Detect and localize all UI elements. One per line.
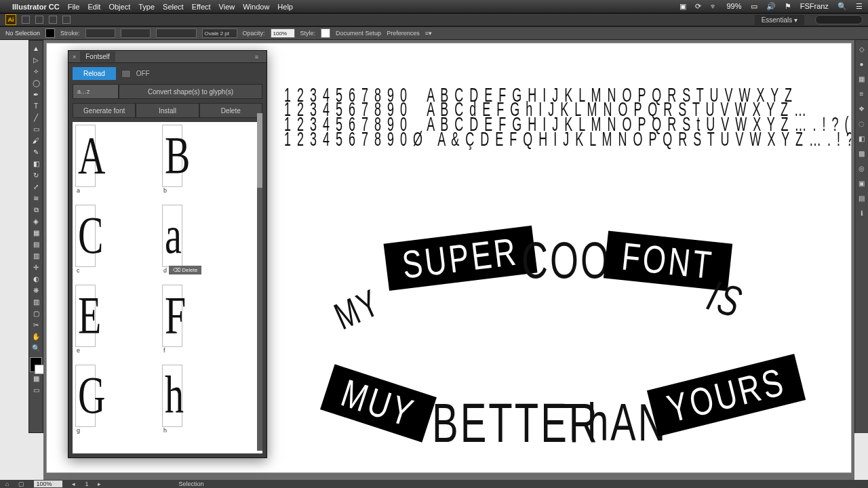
hand-tool-icon[interactable]: ✋ bbox=[30, 331, 42, 342]
screencast-icon[interactable]: ▣ bbox=[679, 2, 686, 10]
stroke-width-dropdown[interactable] bbox=[121, 28, 151, 38]
rectangle-tool-icon[interactable]: ▭ bbox=[30, 124, 42, 134]
menu-view[interactable]: View bbox=[219, 3, 235, 11]
flag-icon[interactable]: ⚑ bbox=[785, 2, 791, 10]
opacity-input[interactable]: 100% bbox=[271, 28, 295, 38]
generate-font-button[interactable]: Generate font bbox=[73, 103, 136, 118]
document-setup-button[interactable]: Document Setup bbox=[336, 30, 381, 37]
brush-dropdown[interactable]: Ovale 2 pt bbox=[202, 28, 237, 38]
graphic-styles-icon[interactable]: ▣ bbox=[857, 178, 867, 188]
panel-close-icon[interactable]: × bbox=[73, 54, 76, 60]
blend-tool-icon[interactable]: ◐ bbox=[30, 274, 42, 284]
libraries-icon[interactable]: ◇ bbox=[857, 44, 867, 54]
fill-swatch[interactable] bbox=[45, 28, 55, 38]
sync-icon[interactable]: ⟳ bbox=[695, 2, 701, 10]
perspective-tool-icon[interactable]: ▦ bbox=[30, 228, 42, 238]
menu-type[interactable]: Type bbox=[138, 3, 155, 11]
menu-icon[interactable]: ☰ bbox=[856, 2, 863, 10]
swatches-icon[interactable]: ▦ bbox=[857, 74, 867, 83]
menu-window[interactable]: Window bbox=[243, 3, 269, 11]
screen-mode-icon[interactable]: ▭ bbox=[30, 385, 42, 395]
panel-scrollbar[interactable] bbox=[257, 113, 262, 451]
glyph-cell: Aa bbox=[75, 122, 159, 202]
pencil-tool-icon[interactable]: ✎ bbox=[30, 147, 42, 157]
gradient-tool-icon[interactable]: ▥ bbox=[30, 251, 42, 261]
appearance-icon[interactable]: ◎ bbox=[857, 163, 867, 173]
install-button[interactable]: Install bbox=[136, 103, 199, 118]
az-button[interactable]: a…z bbox=[73, 84, 119, 99]
spotlight-icon[interactable]: 🔍 bbox=[837, 2, 847, 10]
symbol-sprayer-tool-icon[interactable]: ❋ bbox=[30, 285, 42, 296]
mesh-tool-icon[interactable]: ▤ bbox=[30, 239, 42, 249]
reload-button[interactable]: Reload bbox=[73, 67, 116, 80]
wifi-icon[interactable]: ᯤ bbox=[710, 2, 717, 10]
transparency-icon[interactable]: ▩ bbox=[857, 148, 867, 158]
page-nav-prev-icon[interactable]: ◂ bbox=[72, 481, 75, 487]
stroke-icon[interactable]: ◌ bbox=[857, 119, 867, 128]
eyedropper-tool-icon[interactable]: ✛ bbox=[30, 262, 42, 272]
rotate-tool-icon[interactable]: ↻ bbox=[30, 170, 42, 180]
shape-builder-tool-icon[interactable]: ◈ bbox=[30, 216, 42, 226]
menu-file[interactable]: File bbox=[68, 3, 80, 11]
menu-effect[interactable]: Effect bbox=[192, 3, 211, 11]
color-icon[interactable]: ● bbox=[857, 59, 867, 68]
eraser-tool-icon[interactable]: ◧ bbox=[30, 159, 42, 169]
fill-stroke-swatch[interactable] bbox=[30, 357, 42, 372]
gradient-panel-icon[interactable]: ◧ bbox=[857, 134, 867, 143]
width-tool-icon[interactable]: ≋ bbox=[30, 193, 42, 203]
layers-icon[interactable]: ▤ bbox=[857, 193, 867, 203]
help-search-input[interactable] bbox=[815, 15, 863, 24]
lasso-tool-icon[interactable]: ◯ bbox=[30, 78, 42, 88]
symbols-icon[interactable]: ❖ bbox=[857, 104, 867, 113]
glyph-cell: Ee bbox=[75, 282, 159, 362]
glyph-row: 1 2 3 4 5 6 7 8 9 0 Ø A & Ç D E F Q H I … bbox=[284, 127, 852, 151]
page-nav-next-icon[interactable]: ▸ bbox=[98, 481, 101, 487]
brushes-icon[interactable]: ≡ bbox=[857, 89, 867, 98]
battery-icon[interactable]: ▭ bbox=[751, 2, 757, 10]
align-icon[interactable]: ≡▾ bbox=[425, 30, 432, 37]
zoom-display[interactable]: 100% bbox=[34, 481, 62, 487]
workspace-switcher[interactable]: Essentials ▾ bbox=[755, 15, 804, 25]
doc-icon-3[interactable] bbox=[49, 16, 57, 24]
status-home-icon[interactable]: ⌂ bbox=[5, 481, 9, 487]
delete-glyph-tag[interactable]: ⌫ Delete bbox=[169, 266, 201, 274]
app-name[interactable]: Illustrator CC bbox=[12, 3, 60, 11]
user-label[interactable]: FSFranz bbox=[800, 2, 829, 10]
preferences-button[interactable]: Preferences bbox=[387, 30, 420, 37]
off-toggle[interactable] bbox=[121, 70, 131, 78]
column-graph-tool-icon[interactable]: ▥ bbox=[30, 297, 42, 307]
zoom-tool-icon[interactable]: 🔍 bbox=[30, 343, 42, 353]
menu-help[interactable]: Help bbox=[277, 3, 293, 11]
app-tab-row: Ai Essentials ▾ bbox=[0, 14, 868, 26]
style-swatch[interactable] bbox=[321, 28, 330, 38]
stroke-profile-dropdown[interactable] bbox=[156, 28, 197, 38]
menu-edit[interactable]: Edit bbox=[87, 3, 100, 11]
arrange-icon[interactable] bbox=[62, 16, 71, 24]
direct-selection-tool-icon[interactable]: ▷ bbox=[30, 55, 42, 65]
stroke-weight-dropdown[interactable] bbox=[85, 28, 115, 38]
scale-tool-icon[interactable]: ⤢ bbox=[30, 182, 42, 192]
selection-tool-icon[interactable]: ▲ bbox=[30, 43, 42, 54]
panel-tab[interactable]: Fontself bbox=[80, 52, 115, 62]
status-artboard-icon[interactable]: ▢ bbox=[18, 481, 24, 487]
color-mode-icon[interactable]: ▦ bbox=[30, 373, 42, 384]
convert-button[interactable]: Convert shape(s) to glyph(s) bbox=[119, 84, 262, 99]
free-transform-tool-icon[interactable]: ⧉ bbox=[30, 205, 42, 215]
doc-icon-2[interactable] bbox=[35, 16, 43, 24]
doc-icon[interactable] bbox=[22, 16, 30, 24]
type-tool-icon[interactable]: T bbox=[30, 101, 42, 111]
artboard-tool-icon[interactable]: ▢ bbox=[30, 308, 42, 319]
paintbrush-tool-icon[interactable]: 🖌 bbox=[30, 136, 42, 146]
slice-tool-icon[interactable]: ✂ bbox=[30, 320, 42, 330]
menu-object[interactable]: Object bbox=[108, 3, 130, 11]
magic-wand-tool-icon[interactable]: ✧ bbox=[30, 66, 42, 77]
control-bar: No Selection Stroke: Ovale 2 pt Opacity:… bbox=[0, 26, 868, 40]
pen-tool-icon[interactable]: ✒ bbox=[30, 89, 42, 100]
delete-button[interactable]: Delete bbox=[199, 103, 262, 118]
line-tool-icon[interactable]: ╱ bbox=[30, 113, 42, 123]
page-number[interactable]: 1 bbox=[85, 481, 88, 487]
menu-select[interactable]: Select bbox=[163, 3, 184, 11]
info-icon[interactable]: ℹ bbox=[857, 208, 867, 218]
panel-menu-icon[interactable]: ≡ bbox=[255, 54, 258, 60]
volume-icon[interactable]: 🔊 bbox=[766, 2, 776, 10]
